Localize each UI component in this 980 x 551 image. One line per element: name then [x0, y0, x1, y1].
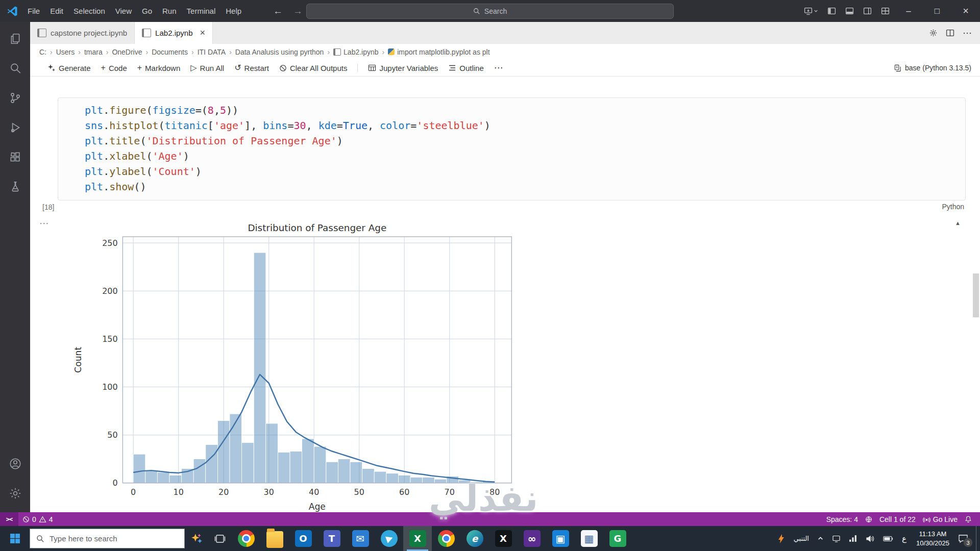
notification-center-icon[interactable]: 3	[954, 526, 976, 551]
split-editor-icon[interactable]	[946, 29, 954, 37]
add-markdown-cell-button[interactable]: + Markdown	[137, 64, 181, 72]
testing-flask-icon[interactable]	[3, 175, 28, 198]
maximize-button[interactable]: □	[923, 0, 951, 22]
layout-grid-icon[interactable]	[876, 7, 894, 15]
notebook-icon	[333, 48, 341, 56]
monitor-icon[interactable]	[828, 526, 845, 551]
customize-layout-icon[interactable]	[799, 7, 823, 15]
taskbar-app-teams[interactable]: T	[317, 526, 346, 551]
generate-button[interactable]: Generate	[47, 64, 91, 72]
menu-file[interactable]: File	[22, 0, 45, 22]
task-view-icon[interactable]	[208, 526, 232, 551]
taskbar-app-green[interactable]: G	[603, 526, 632, 551]
outline-label: Outline	[459, 64, 484, 72]
taskbar-app-photos[interactable]: ▣	[546, 526, 575, 551]
clear-outputs-button[interactable]: Clear All Outputs	[279, 64, 348, 72]
restart-button[interactable]: ↺ Restart	[234, 64, 269, 72]
notebook-icon	[142, 29, 151, 37]
toggle-panel-icon[interactable]	[841, 7, 859, 15]
output-actions-icon[interactable]: ⋯	[39, 217, 50, 229]
taskbar-app-chrome[interactable]	[232, 526, 260, 551]
taskbar-app-excel[interactable]: X	[403, 526, 432, 551]
breadcrumb-item[interactable]: import matplotlib.pyplot as plt	[388, 48, 489, 56]
toggle-secondary-sidebar-icon[interactable]	[859, 7, 876, 15]
search-input[interactable]: Search	[306, 4, 674, 19]
svg-text:200: 200	[102, 286, 117, 296]
extensions-icon[interactable]	[3, 145, 28, 169]
close-button[interactable]: ×	[951, 0, 980, 22]
taskbar-app-outlook[interactable]: O	[289, 526, 317, 551]
remote-indicator[interactable]: ><	[0, 512, 18, 526]
run-debug-icon[interactable]	[3, 116, 28, 139]
cortana-sparkle-icon[interactable]	[185, 526, 208, 551]
photos-icon: ▣	[552, 530, 569, 547]
run-all-button[interactable]: ▷ Run All	[190, 64, 224, 72]
taskbar-app-mail[interactable]: ✉	[346, 526, 375, 551]
problems-indicator[interactable]: 0 4	[18, 515, 57, 523]
menu-go[interactable]: Go	[137, 0, 157, 22]
notifications-bell-icon[interactable]	[965, 515, 972, 523]
notebook-settings-icon[interactable]	[929, 29, 938, 37]
taskbar-app-edge[interactable]: e	[460, 526, 489, 551]
more-actions-icon[interactable]: ⋯	[963, 28, 972, 39]
tray-app-icon[interactable]	[773, 526, 790, 551]
taskbar-app-telegram[interactable]	[375, 526, 403, 551]
network-signal-icon[interactable]	[845, 526, 862, 551]
back-arrow-icon[interactable]: ←	[273, 6, 283, 17]
outline-button[interactable]: Outline	[448, 64, 484, 72]
taskbar-app-file-explorer[interactable]	[260, 526, 289, 551]
jupyter-variables-button[interactable]: Jupyter Variables	[368, 64, 438, 72]
breadcrumb-item[interactable]: Users	[56, 48, 75, 56]
menu-edit[interactable]: Edit	[45, 0, 68, 22]
editor-scrollbar[interactable]	[973, 273, 979, 317]
taskbar-app-chrome-2[interactable]	[432, 526, 460, 551]
cell-position-indicator[interactable]: Cell 1 of 22	[879, 515, 916, 523]
toolbar-more-icon[interactable]: ⋯	[494, 62, 503, 73]
menu-help[interactable]: Help	[220, 0, 247, 22]
chevron-right-icon: ›	[191, 48, 194, 56]
forward-arrow-icon[interactable]: →	[293, 6, 303, 17]
start-button[interactable]	[0, 526, 30, 551]
hidden-icons-chevron[interactable]	[813, 526, 828, 551]
breadcrumb-item[interactable]: Data Analusis using pyrthon	[235, 48, 324, 56]
taskbar-app-x[interactable]: X	[489, 526, 518, 551]
minimize-button[interactable]: –	[894, 0, 923, 22]
globe-icon[interactable]	[865, 516, 872, 523]
spaces-indicator[interactable]: Spaces: 4	[826, 515, 858, 523]
close-icon[interactable]: ×	[200, 28, 206, 38]
taskbar-app-visual-studio[interactable]: ∞	[518, 526, 546, 551]
menu-selection[interactable]: Selection	[68, 0, 110, 22]
kernel-picker[interactable]: base (Python 3.13.5)	[894, 64, 972, 72]
tab-lab2-ipynb[interactable]: Lab2.ipynb×	[135, 22, 213, 44]
battery-icon[interactable]	[879, 526, 897, 551]
breadcrumb-item[interactable]: ITI DATA	[198, 48, 226, 56]
toggle-sidebar-icon[interactable]	[823, 7, 841, 15]
breadcrumb-item[interactable]: Lab2.ipynb	[333, 48, 379, 56]
explorer-icon[interactable]	[3, 27, 28, 51]
mail-icon: ✉	[352, 530, 369, 547]
scroll-top-icon[interactable]: ▲	[955, 220, 961, 226]
tray-ime-label[interactable]: التنبي	[790, 526, 813, 551]
taskbar-app-table[interactable]: ▦	[575, 526, 603, 551]
go-live-button[interactable]: Go Live	[923, 515, 958, 523]
tab-capstone-project-ipynb[interactable]: capstone project.ipynb	[30, 22, 135, 44]
volume-icon[interactable]	[862, 526, 879, 551]
account-icon[interactable]	[3, 452, 28, 475]
taskbar-search-input[interactable]: Type here to search	[30, 529, 185, 548]
cell-language-label[interactable]: Python	[942, 203, 964, 211]
clock[interactable]: 11:13 AM 10/30/2025	[911, 530, 954, 547]
menu-run[interactable]: Run	[157, 0, 182, 22]
menu-view[interactable]: View	[110, 0, 137, 22]
breadcrumb-item[interactable]: C:	[39, 48, 46, 56]
breadcrumb-item[interactable]: Documents	[152, 48, 188, 56]
show-desktop-button[interactable]	[976, 526, 980, 551]
source-control-icon[interactable]	[3, 86, 28, 110]
menu-terminal[interactable]: Terminal	[182, 0, 221, 22]
settings-gear-icon[interactable]	[3, 482, 28, 505]
search-view-icon[interactable]	[3, 57, 28, 80]
breadcrumb-item[interactable]: OneDrive	[112, 48, 142, 56]
breadcrumb-item[interactable]: tmara	[84, 48, 103, 56]
language-indicator[interactable]: ع	[897, 534, 911, 543]
add-code-cell-button[interactable]: + Code	[101, 64, 127, 72]
code-cell[interactable]: plt.figure(figsize=(8,5))sns.histplot(ti…	[58, 97, 966, 201]
